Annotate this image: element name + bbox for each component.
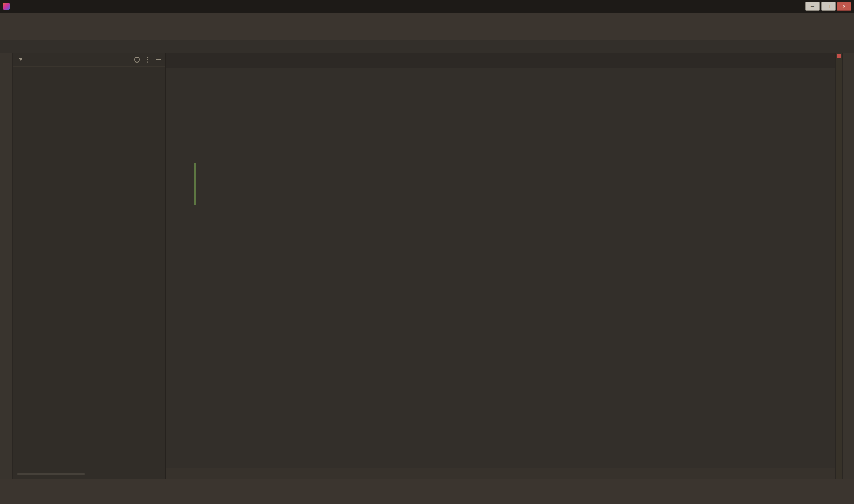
right-margin-guide <box>575 68 575 468</box>
chevron-down-icon[interactable] <box>19 58 22 61</box>
panel-options-icon[interactable] <box>144 57 151 63</box>
project-hscrollbar[interactable] <box>17 473 85 475</box>
error-stripe[interactable] <box>835 53 842 479</box>
vcs-change-bar <box>194 163 196 205</box>
navigation-breadcrumb <box>0 40 854 53</box>
right-tool-strip <box>842 53 854 479</box>
menu-bar <box>0 13 854 25</box>
editor-breadcrumb <box>166 468 835 479</box>
project-tree <box>13 67 165 479</box>
main-toolbar <box>0 25 854 40</box>
project-panel-header <box>13 53 165 67</box>
project-panel <box>13 53 166 479</box>
close-button[interactable]: × <box>837 2 851 11</box>
code-editor[interactable] <box>166 68 835 468</box>
editor-area <box>166 53 835 479</box>
hide-panel-icon[interactable] <box>155 57 162 63</box>
ide-window: ─ □ × <box>0 0 854 504</box>
main-area <box>0 53 854 479</box>
editor-tab-bar <box>166 53 835 68</box>
minimize-button[interactable]: ─ <box>805 2 820 11</box>
status-bar <box>0 490 854 504</box>
maximize-button[interactable]: □ <box>821 2 836 11</box>
tool-window-bar <box>0 479 854 490</box>
file-status-indicator <box>837 54 841 58</box>
intellij-logo-icon <box>3 3 10 10</box>
locate-file-icon[interactable] <box>134 57 140 63</box>
title-bar: ─ □ × <box>0 0 854 13</box>
left-tool-strip <box>0 53 13 479</box>
